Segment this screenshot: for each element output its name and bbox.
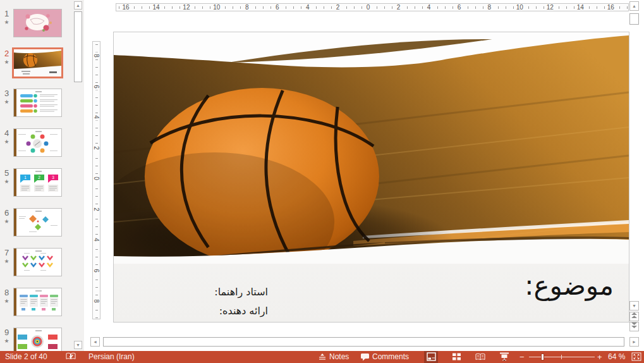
thumbnail-meta: 3★	[0, 89, 13, 117]
scroll-up-icon[interactable]: ▲	[74, 1, 82, 9]
slide-thumbnail-1[interactable]: 1★	[0, 9, 73, 37]
scrollbar-thumb[interactable]	[74, 11, 82, 82]
horizontal-ruler: 1614121086420246810121416	[116, 3, 629, 11]
view-slide-sorter-icon[interactable]	[452, 352, 461, 363]
slide-thumbnail-frame[interactable]	[12, 47, 63, 78]
slide-number: 7	[4, 249, 9, 257]
svg-text:3: 3	[52, 175, 54, 180]
scroll-up-icon[interactable]: ▲	[629, 1, 639, 11]
zoom-in-button[interactable]: +	[597, 352, 602, 362]
transition-star-icon: ★	[4, 58, 9, 66]
svg-text:1: 1	[24, 175, 27, 180]
slide-thumbnail-9[interactable]: 9★	[0, 328, 73, 351]
slide-canvas[interactable]: موضوع: استاد راهنما: ارائه دهنده:	[113, 32, 629, 323]
scroll-down-icon[interactable]: ▼	[74, 341, 82, 349]
ruler-tick-label: 4	[305, 4, 311, 11]
view-normal-icon[interactable]	[427, 352, 436, 363]
thumbnail-panel-scrollbar[interactable]: ▲ ▼	[74, 0, 83, 351]
ruler-tick-label: 6	[456, 4, 463, 11]
ruler-tick-label: 16	[121, 4, 130, 11]
zoom-level[interactable]: 64 %	[608, 352, 625, 362]
transition-star-icon: ★	[4, 178, 9, 185]
slide-thumbnail-2[interactable]: 2★	[0, 49, 73, 77]
slide-number: 6	[4, 209, 9, 218]
slide-thumbnail-6[interactable]: 6★	[0, 208, 73, 237]
ruler-tick-label: 12	[545, 4, 555, 11]
slide-thumbnail-4[interactable]: 4★	[0, 128, 73, 157]
ruler-tick-label: 2	[93, 144, 100, 151]
slide-thumbnail-7[interactable]: 7★	[0, 248, 73, 276]
thumbnail-meta: 7★	[0, 248, 13, 276]
ruler-tick-label: 2	[396, 4, 402, 11]
view-reading-icon[interactable]	[475, 352, 485, 363]
slide-number: 3	[4, 89, 9, 98]
scroll-left-icon[interactable]: ◄	[90, 337, 100, 347]
zoom-slider-thumb[interactable]	[541, 354, 544, 360]
transition-star-icon: ★	[4, 138, 9, 145]
language-indicator[interactable]: Persian (Iran)	[88, 352, 135, 362]
thumbnail-meta: 6★	[0, 208, 13, 237]
zoom-out-button[interactable]: −	[519, 352, 525, 362]
transition-star-icon: ★	[4, 98, 9, 106]
slide-thumbnail-frame[interactable]	[13, 89, 62, 117]
ruler-tick-label: 16	[606, 4, 616, 11]
scroll-down-icon[interactable]: ▼	[629, 301, 639, 311]
slide-thumbnail-frame[interactable]	[13, 288, 62, 316]
ruler-tick-label: 4	[93, 114, 100, 121]
thumbnail-meta: 5★	[0, 168, 13, 197]
slide-thumbnail-frame[interactable]	[13, 9, 62, 37]
presenter-line: ارائه دهنده:	[182, 302, 268, 321]
previous-slide-icon[interactable]	[629, 312, 639, 321]
ruler-tick-label: 6	[274, 4, 281, 11]
notes-toggle[interactable]: Notes	[329, 352, 349, 362]
next-slide-icon[interactable]	[629, 322, 639, 331]
transition-star-icon: ★	[4, 18, 9, 26]
slide-thumbnail-frame[interactable]: 123	[13, 168, 62, 197]
slide-number: 9	[4, 328, 9, 337]
thumbnail-meta: 4★	[0, 128, 13, 157]
slide-thumbnail-frame[interactable]	[13, 208, 62, 237]
ruler-tick-label: 4	[426, 4, 432, 11]
slide-number: 5	[4, 169, 9, 178]
ruler-tick-label: 8	[244, 4, 250, 11]
thumbnail-meta: 1★	[0, 9, 13, 37]
slide-thumbnail-panel: 1★2★3★4★5★1236★7★8★9★ ▲ ▼	[0, 0, 84, 351]
ruler-tick-label: 8	[487, 4, 493, 11]
transition-star-icon: ★	[4, 297, 9, 305]
slide-number: 8	[4, 288, 9, 297]
ruler-tick-label: 0	[365, 4, 372, 11]
vertical-scrollbar-thumb[interactable]	[629, 13, 639, 25]
slide-thumbnail-frame[interactable]	[13, 328, 62, 351]
comments-toggle[interactable]: Comments	[372, 352, 409, 362]
svg-text:2: 2	[38, 175, 40, 180]
scroll-right-icon[interactable]: ►	[629, 337, 639, 347]
slide-thumbnail-5[interactable]: 5★123	[0, 168, 73, 197]
notes-icon[interactable]	[318, 352, 327, 363]
slide-thumbnail-frame[interactable]	[13, 128, 62, 157]
ruler-tick-label: 14	[151, 4, 161, 11]
ruler-tick-label: 10	[212, 4, 221, 11]
slide-title-placeholder[interactable]: موضوع:	[525, 270, 614, 301]
powerpoint-window: 1★2★3★4★5★1236★7★8★9★ ▲ ▼ 16141210864202…	[0, 0, 644, 363]
zoom-slider-track[interactable]	[529, 357, 595, 357]
horizontal-scrollbar-thumb[interactable]	[103, 337, 624, 347]
transition-star-icon: ★	[4, 257, 9, 265]
fit-to-window-icon[interactable]	[631, 352, 641, 363]
ruler-tick-label: 6	[93, 267, 100, 274]
ruler-tick-label: 6	[93, 83, 100, 90]
slide-indicator[interactable]: Slide 2 of 40	[5, 352, 47, 362]
ruler-tick-label: 0	[93, 175, 100, 182]
thumbnail-meta: 2★	[0, 49, 13, 77]
comments-icon[interactable]	[360, 352, 370, 363]
slide-thumbnail-8[interactable]: 8★	[0, 288, 73, 316]
spellcheck-icon[interactable]	[66, 352, 76, 363]
slide-number: 4	[4, 129, 9, 138]
ruler-tick-label: 8	[93, 298, 100, 305]
slide-subtitle-placeholder[interactable]: استاد راهنما: ارائه دهنده:	[182, 283, 268, 321]
slide-thumbnail-3[interactable]: 3★	[0, 89, 73, 117]
ruler-tick-label: 2	[93, 206, 100, 212]
view-slideshow-icon[interactable]	[499, 352, 509, 363]
vertical-ruler: 864202468	[92, 41, 100, 319]
slide-thumbnail-list: 1★2★3★4★5★1236★7★8★9★	[0, 0, 73, 351]
slide-thumbnail-frame[interactable]	[13, 248, 62, 276]
